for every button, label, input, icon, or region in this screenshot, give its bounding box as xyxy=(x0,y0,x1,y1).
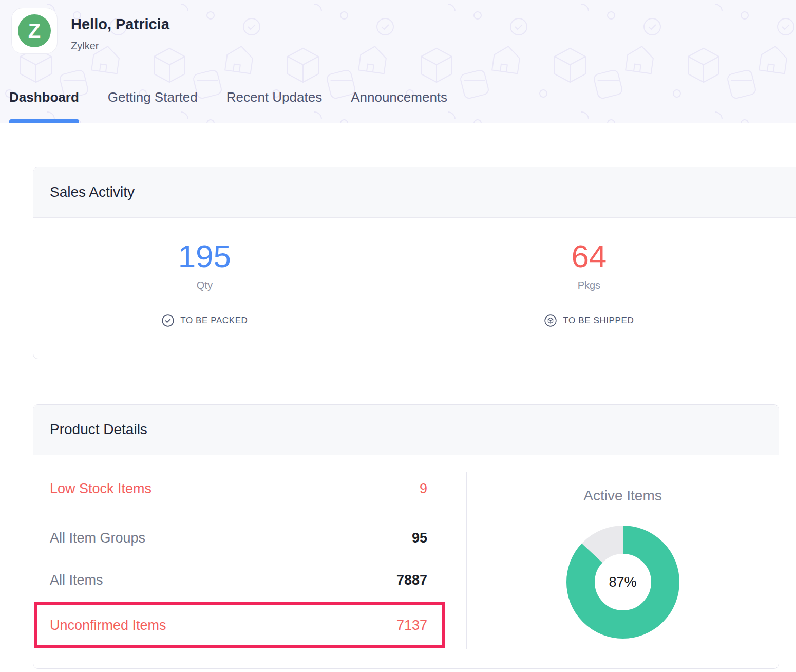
org-logo-circle: Z xyxy=(18,14,51,47)
active-tab-underline xyxy=(9,119,79,123)
org-logo: Z xyxy=(11,8,58,54)
to-be-packed-label: TO BE PACKED xyxy=(180,315,248,326)
donut-center-label: 87% xyxy=(566,526,679,639)
company-name: Zylker xyxy=(71,40,169,52)
sales-activity-header: Sales Activity xyxy=(33,167,796,218)
package-circle-icon xyxy=(544,314,557,327)
active-items-section: Active Items 87% xyxy=(467,455,779,668)
row-all-items: All Items 7887 xyxy=(50,568,427,592)
low-stock-items-value: 9 xyxy=(420,481,427,497)
tab-getting-started-label: Getting Started xyxy=(108,89,198,105)
unconfirmed-items-link[interactable]: Unconfirmed Items xyxy=(50,618,166,633)
tab-announcements-label: Announcements xyxy=(351,89,447,105)
sales-activity-title: Sales Activity xyxy=(50,184,135,200)
stat-to-be-packed: 195 Qty TO BE PACKED xyxy=(33,218,376,359)
to-be-shipped-value: 64 xyxy=(571,240,607,272)
annotation-highlight-box: Unconfirmed Items 7137 xyxy=(34,602,445,648)
tab-getting-started[interactable]: Getting Started xyxy=(108,89,198,123)
to-be-shipped-unit: Pkgs xyxy=(578,279,600,291)
active-items-title: Active Items xyxy=(467,488,779,504)
org-logo-letter: Z xyxy=(28,21,41,41)
to-be-shipped-label: TO BE SHIPPED xyxy=(563,315,634,326)
all-items-value: 7887 xyxy=(396,572,427,588)
row-all-item-groups: All Item Groups 95 xyxy=(50,526,427,550)
to-be-packed-caption[interactable]: TO BE PACKED xyxy=(161,314,248,327)
all-item-groups-value: 95 xyxy=(412,530,427,546)
product-details-card: Product Details Low Stock Items 9 All It… xyxy=(33,404,779,669)
tab-announcements[interactable]: Announcements xyxy=(351,89,447,123)
tab-recent-updates[interactable]: Recent Updates xyxy=(226,89,322,123)
header-tabs: Dashboard Getting Started Recent Updates… xyxy=(9,89,447,123)
to-be-packed-unit: Qty xyxy=(197,279,213,291)
product-details-list: Low Stock Items 9 All Item Groups 95 All… xyxy=(33,455,466,668)
all-items-link[interactable]: All Items xyxy=(50,572,103,588)
low-stock-items-link[interactable]: Low Stock Items xyxy=(50,481,151,497)
page-title-greeting: Hello, Patricia xyxy=(71,16,169,33)
row-unconfirmed-items: Unconfirmed Items 7137 xyxy=(50,613,427,637)
stat-to-be-shipped: 64 Pkgs TO BE SHIPPED xyxy=(376,218,796,359)
product-details-header: Product Details xyxy=(33,405,779,455)
to-be-packed-value: 195 xyxy=(178,240,231,272)
tab-dashboard-label: Dashboard xyxy=(9,89,79,105)
product-details-title: Product Details xyxy=(50,421,147,437)
tab-dashboard[interactable]: Dashboard xyxy=(9,89,79,123)
check-circle-icon xyxy=(161,314,175,327)
active-items-donut: 87% xyxy=(566,526,679,639)
row-low-stock-items: Low Stock Items 9 xyxy=(50,477,427,500)
to-be-shipped-caption[interactable]: TO BE SHIPPED xyxy=(544,314,634,327)
all-item-groups-link[interactable]: All Item Groups xyxy=(50,530,145,546)
sales-activity-card: Sales Activity 195 Qty TO BE PACKED 64 P… xyxy=(33,167,796,359)
tab-recent-updates-label: Recent Updates xyxy=(226,89,322,105)
app-header: Z Hello, Patricia Zylker Dashboard Getti… xyxy=(0,0,796,123)
unconfirmed-items-value: 7137 xyxy=(396,618,427,633)
